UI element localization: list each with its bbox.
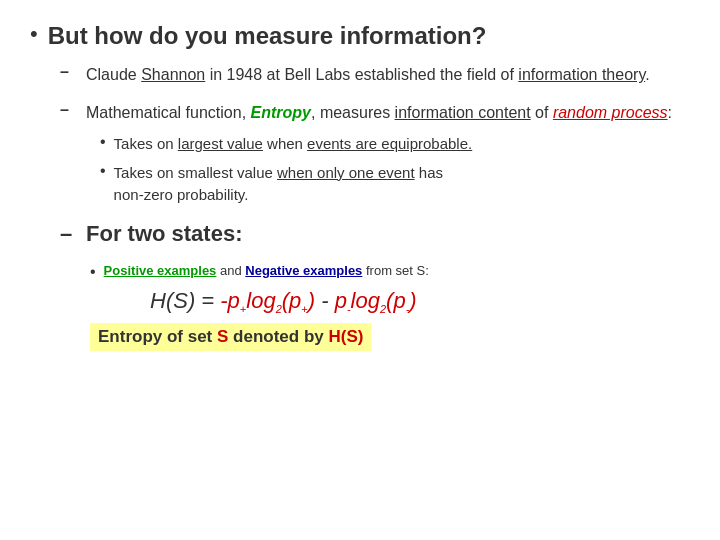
- sub-dash-3: –: [60, 221, 76, 247]
- sub-dash-1: –: [60, 63, 76, 81]
- sub-section-1: – Claude Shannon in 1948 at Bell Labs es…: [60, 63, 690, 87]
- nested-dot-1: •: [100, 133, 106, 151]
- s-highlight: S: [217, 327, 228, 346]
- sub-section-3: – For two states: • Positive examples an…: [60, 221, 690, 351]
- nested-dot-2: •: [100, 162, 106, 180]
- main-heading: But how do you measure information?: [48, 20, 487, 51]
- random-process-link: random process: [553, 104, 668, 121]
- entropy-term: Entropy: [251, 104, 311, 121]
- when-only-link: when only one event: [277, 164, 415, 181]
- sub-bullet-3: – For two states:: [60, 221, 690, 257]
- sub-bullet-1: – Claude Shannon in 1948 at Bell Labs es…: [60, 63, 690, 87]
- main-bullet-section: • But how do you measure information?: [30, 20, 690, 51]
- formula-section: • Positive examples and Negative example…: [90, 263, 690, 351]
- shannon-link: Shannon: [141, 66, 205, 83]
- shannon-text: Claude Shannon in 1948 at Bell Labs esta…: [86, 63, 650, 87]
- entropy-final-text: Entropy of set S denoted by H(S): [90, 323, 371, 351]
- hs-highlight: H(S): [328, 327, 363, 346]
- entropy-text: Mathematical function, Entropy, measures…: [86, 101, 672, 125]
- sub-bullet-2: – Mathematical function, Entropy, measur…: [60, 101, 690, 125]
- negative-examples: Negative examples: [245, 263, 362, 278]
- for-two-states-heading: For two states:: [86, 221, 242, 247]
- formula-p-plus: -p+log2(p+): [220, 288, 315, 313]
- nested-text-1: Takes on largest value when events are e…: [114, 133, 473, 156]
- pos-neg-text: Positive examples and Negative examples …: [104, 263, 429, 278]
- nested-item-2: • Takes on smallest value when only one …: [100, 162, 690, 207]
- and-text: and: [220, 263, 245, 278]
- main-bullet-dot: •: [30, 20, 38, 49]
- largest-value-link: largest value: [178, 135, 263, 152]
- slide-content: • But how do you measure information? – …: [30, 20, 690, 351]
- formula-p-minus: p-log2(p-): [335, 288, 417, 313]
- entropy-formula: H(S) = -p+log2(p+) - p-log2(p-): [150, 288, 690, 315]
- pos-neg-dot: •: [90, 263, 96, 281]
- nested-bullets: • Takes on largest value when events are…: [100, 133, 690, 207]
- sub-dash-2: –: [60, 101, 76, 119]
- nested-text-2: Takes on smallest value when only one ev…: [114, 162, 443, 207]
- formula-hs: H(S) =: [150, 288, 220, 313]
- from-set-text: from set S:: [366, 263, 429, 278]
- nested-item-1: • Takes on largest value when events are…: [100, 133, 690, 156]
- positive-examples: Positive examples: [104, 263, 217, 278]
- formula-minus: -: [321, 288, 334, 313]
- events-equiprobable-link: events are equiprobable.: [307, 135, 472, 152]
- pos-neg-line: • Positive examples and Negative example…: [90, 263, 690, 282]
- info-content-link: information content: [395, 104, 531, 121]
- sub-section-2: – Mathematical function, Entropy, measur…: [60, 101, 690, 207]
- entropy-highlight-line: Entropy of set S denoted by H(S): [90, 323, 690, 351]
- info-theory-link: information theory: [518, 66, 645, 83]
